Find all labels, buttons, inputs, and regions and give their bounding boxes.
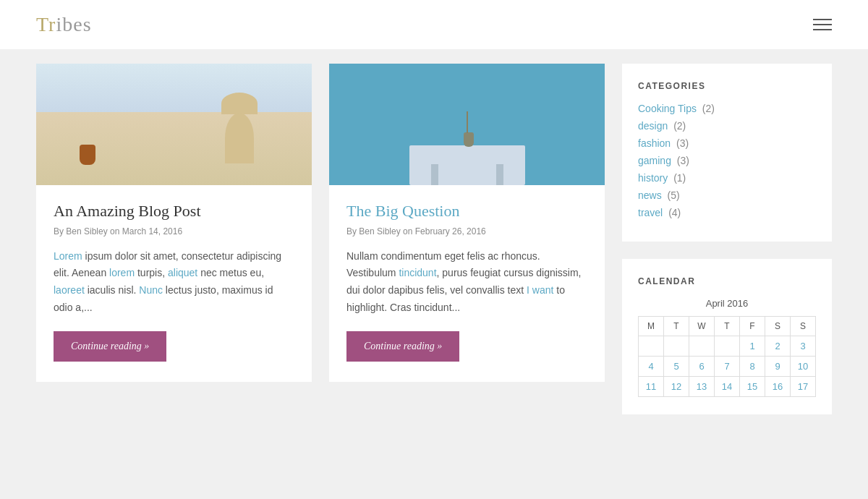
category-count-fashion: (3): [676, 137, 689, 149]
cal-header-t: T: [664, 317, 689, 336]
continue-reading-label-1: Continue reading »: [71, 341, 149, 352]
category-count-history: (1): [673, 172, 686, 184]
cal-day-link-11[interactable]: 11: [646, 381, 656, 392]
category-link-fashion[interactable]: fashion: [638, 137, 671, 149]
cal-day-link-14[interactable]: 14: [722, 381, 732, 392]
continue-reading-btn-2[interactable]: Continue reading »: [346, 331, 459, 362]
category-item-news: news (5): [638, 189, 816, 201]
category-count-gaming: (3): [677, 155, 689, 166]
cal-day-10[interactable]: 10: [791, 357, 816, 377]
cal-day-6[interactable]: 6: [689, 357, 715, 377]
cal-day-link-9[interactable]: 9: [775, 361, 780, 372]
category-list: Cooking Tips (2) design (2) fashion (3) …: [638, 103, 816, 218]
excerpt-link-laoreet[interactable]: laoreet: [54, 284, 85, 296]
main-container: An Amazing Blog Post By Ben Sibley on Ma…: [22, 64, 846, 432]
excerpt-link-lorem[interactable]: Lorem: [54, 250, 82, 262]
cal-day-7[interactable]: 7: [715, 357, 740, 377]
category-count-news: (5): [668, 189, 680, 201]
post-excerpt-1: Lorem ipsum dolor sit amet, consectetur …: [54, 248, 294, 317]
cal-day-8[interactable]: 8: [740, 357, 765, 377]
cal-day-15[interactable]: 15: [740, 377, 765, 397]
cal-header-s2: S: [791, 317, 816, 336]
cal-day-2[interactable]: 2: [765, 336, 791, 357]
excerpt-link-lorem2[interactable]: lorem: [109, 267, 135, 278]
logo-t: Tr: [36, 13, 56, 35]
category-link-history[interactable]: history: [638, 172, 668, 184]
vase: [464, 132, 474, 147]
excerpt-link-tincidunt[interactable]: tincidunt: [399, 267, 436, 278]
category-link-gaming[interactable]: gaming: [638, 155, 671, 166]
cal-day-9[interactable]: 9: [765, 357, 791, 377]
category-link-cooking[interactable]: Cooking Tips: [638, 103, 697, 114]
cal-day-link-15[interactable]: 15: [747, 381, 757, 392]
cal-header-s: S: [765, 317, 791, 336]
post-card-2: The Big Question By Ben Sibley on Februa…: [329, 64, 605, 382]
cal-day-link-3[interactable]: 3: [800, 341, 805, 351]
posts-area: An Amazing Blog Post By Ben Sibley on Ma…: [36, 64, 605, 432]
cal-day-3[interactable]: 3: [791, 336, 816, 357]
cal-day-11[interactable]: 11: [639, 377, 664, 397]
cal-day-link-1[interactable]: 1: [749, 341, 754, 351]
cal-day-16[interactable]: 16: [765, 377, 791, 397]
cal-day-empty: [664, 336, 689, 357]
cal-day-link-7[interactable]: 7: [724, 361, 729, 372]
cal-day-12[interactable]: 12: [664, 377, 689, 397]
category-count-cooking: (2): [702, 103, 715, 114]
category-link-news[interactable]: news: [638, 189, 662, 201]
category-item-fashion: fashion (3): [638, 137, 816, 149]
cal-header-t2: T: [715, 317, 740, 336]
table-leg-left: [431, 164, 438, 185]
calendar-header-row: M T W T F S S: [639, 317, 816, 336]
calendar-table: M T W T F S S 1: [638, 316, 816, 397]
post-title-2: The Big Question: [346, 201, 587, 222]
decorative-pot: [80, 145, 95, 165]
cal-day-link-6[interactable]: 6: [699, 361, 704, 372]
category-link-design[interactable]: design: [638, 120, 668, 132]
cal-day-empty: [715, 336, 740, 357]
post-image-1: [36, 64, 312, 185]
category-item-travel: travel (4): [638, 207, 816, 218]
cal-day-link-13[interactable]: 13: [697, 381, 707, 392]
categories-widget: CATEGORIES Cooking Tips (2) design (2) f…: [622, 64, 832, 242]
cal-day-14[interactable]: 14: [715, 377, 740, 397]
cal-day-5[interactable]: 5: [664, 357, 689, 377]
cal-day-link-2[interactable]: 2: [775, 341, 780, 351]
post-card-1: An Amazing Blog Post By Ben Sibley on Ma…: [36, 64, 312, 382]
cal-day-link-5[interactable]: 5: [673, 361, 678, 372]
category-item-history: history (1): [638, 172, 816, 184]
cal-day-link-4[interactable]: 4: [648, 361, 653, 372]
cal-day-link-12[interactable]: 12: [671, 381, 681, 392]
cal-day-1[interactable]: 1: [740, 336, 765, 357]
cal-header-w: W: [689, 317, 715, 336]
hamburger-line: [813, 29, 832, 30]
cal-day-4[interactable]: 4: [639, 357, 664, 377]
cal-day-link-17[interactable]: 17: [798, 381, 808, 392]
excerpt-link-aliquet[interactable]: aliquet: [168, 267, 197, 278]
hamburger-menu[interactable]: [813, 19, 832, 30]
cal-day-13[interactable]: 13: [689, 377, 715, 397]
category-item-cooking: Cooking Tips (2): [638, 103, 816, 114]
cal-day-link-8[interactable]: 8: [749, 361, 754, 372]
windmill-body: [225, 113, 254, 163]
plant-stem: [467, 111, 468, 133]
calendar-row-3: 11 12 13 14 15 16 17: [639, 377, 816, 397]
table-leg-right: [496, 164, 503, 185]
excerpt-link-iwant[interactable]: I want: [527, 284, 553, 296]
post-excerpt-2: Nullam condimentum eget felis ac rhoncus…: [346, 248, 587, 317]
category-link-travel[interactable]: travel: [638, 207, 663, 218]
continue-reading-btn-1[interactable]: Continue reading »: [54, 331, 166, 362]
table-surface: [409, 145, 525, 185]
cal-day-17[interactable]: 17: [791, 377, 816, 397]
category-item-design: design (2): [638, 120, 816, 132]
post-title-1: An Amazing Blog Post: [54, 201, 294, 222]
post-image-2: [329, 64, 605, 185]
cal-day-empty: [639, 336, 664, 357]
category-item-gaming: gaming (3): [638, 155, 816, 166]
excerpt-link-nunc[interactable]: Nunc: [139, 284, 163, 296]
post-meta-2: By Ben Sibley on February 26, 2016: [346, 226, 587, 236]
site-logo[interactable]: Tribes: [36, 13, 92, 36]
cal-day-link-10[interactable]: 10: [798, 361, 808, 372]
cal-day-link-16[interactable]: 16: [773, 381, 783, 392]
calendar-widget: CALENDAR April 2016 M T W T F S S: [622, 259, 832, 414]
cal-header-m: M: [639, 317, 664, 336]
